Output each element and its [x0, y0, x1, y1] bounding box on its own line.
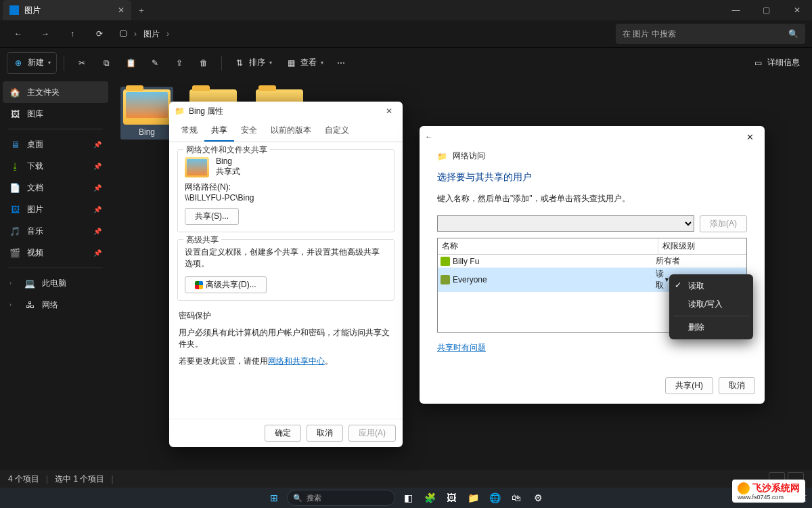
- menu-item-read[interactable]: 读取: [669, 277, 753, 295]
- network-icon: 🖧: [24, 299, 35, 310]
- breadcrumb-item[interactable]: 图片: [143, 28, 160, 40]
- folder-name: Bing: [216, 156, 240, 166]
- tab-close-icon[interactable]: ✕: [118, 5, 125, 15]
- back-button[interactable]: ←: [7, 24, 30, 44]
- new-tab-button[interactable]: ＋: [131, 5, 152, 16]
- rename-icon: ✎: [150, 58, 160, 68]
- close-icon[interactable]: ✕: [381, 106, 397, 116]
- sidebar-item-pictures[interactable]: 🖼图片📌: [3, 198, 108, 220]
- tab-general[interactable]: 常规: [175, 121, 204, 142]
- dialog-titlebar[interactable]: ← ✕: [420, 126, 765, 148]
- sidebar-item-videos[interactable]: 🎬视频📌: [3, 242, 108, 263]
- trouble-link[interactable]: 共享时有问题: [437, 343, 486, 352]
- dialog-titlebar[interactable]: 📁 Bing 属性 ✕: [169, 102, 403, 121]
- menu-item-readwrite[interactable]: 读取/写入: [669, 295, 753, 314]
- window-controls: — ▢ ✕: [721, 0, 812, 20]
- pin-icon: 📌: [93, 206, 102, 213]
- back-button[interactable]: ←: [425, 132, 433, 142]
- new-button[interactable]: ⊕ 新建 ▾: [7, 52, 57, 74]
- tab-security[interactable]: 安全: [234, 121, 264, 142]
- user-combobox[interactable]: [437, 215, 694, 232]
- tab-previous[interactable]: 以前的版本: [264, 121, 318, 142]
- toolbar: ⊕ 新建 ▾ ✂ ⧉ 📋 ✎ ⇪ 🗑 ⇅ 排序 ▾ ▦ 查看 ▾ ⋯ ▭ 详细信…: [0, 47, 812, 77]
- folder-item[interactable]: Bing: [120, 87, 173, 140]
- search-input[interactable]: 在 图片 中搜索 🔍: [616, 24, 805, 44]
- window-tab[interactable]: 图片 ✕: [3, 0, 131, 20]
- refresh-button[interactable]: ⟳: [88, 24, 111, 44]
- network-path-label: 网络路径(N):: [185, 182, 387, 193]
- breadcrumb[interactable]: 🖵 › 图片 ›: [119, 28, 169, 40]
- dialog-hint: 键入名称，然后单击"添加"，或者单击箭头查找用户。: [437, 193, 747, 205]
- maximize-button[interactable]: ▢: [751, 0, 782, 20]
- sidebar-item-downloads[interactable]: ⭳下载📌: [3, 155, 108, 177]
- group-advanced-sharing: 高级共享 设置自定义权限，创建多个共享，并设置其他高级共享选项。 高级共享(D)…: [177, 239, 394, 301]
- sidebar-item-gallery[interactable]: 🖼图库: [3, 103, 108, 125]
- tab-share[interactable]: 共享: [204, 121, 234, 142]
- sidebar-item-documents[interactable]: 📄文档📌: [3, 177, 108, 198]
- folder-icon: [123, 89, 171, 125]
- col-name[interactable]: 名称: [438, 238, 658, 254]
- minimize-button[interactable]: —: [721, 0, 751, 20]
- taskbar-store[interactable]: 🛍: [508, 489, 525, 507]
- taskbar-search[interactable]: 🔍搜索: [287, 490, 395, 506]
- trash-icon: 🗑: [198, 58, 209, 68]
- apply-button[interactable]: 应用(A): [348, 425, 396, 442]
- group-password: 密码保护 用户必须具有此计算机的用户帐户和密码，才能访问共享文件夹。 若要更改此…: [177, 308, 394, 370]
- col-permission[interactable]: 权限级别: [658, 238, 746, 254]
- tab-custom[interactable]: 自定义: [318, 121, 356, 142]
- advanced-share-button[interactable]: 高级共享(D)...: [185, 276, 267, 293]
- table-header: 名称 权限级别: [438, 238, 746, 255]
- sidebar-item-home[interactable]: 🏠主文件夹: [3, 81, 108, 103]
- table-row[interactable]: Billy Fu 所有者: [438, 255, 746, 268]
- taskbar-edge[interactable]: 🌐: [486, 489, 503, 507]
- taskbar-app[interactable]: 🧩: [421, 489, 438, 507]
- plus-circle-icon: ⊕: [13, 58, 24, 68]
- sort-button[interactable]: ⇅ 排序 ▾: [229, 52, 277, 74]
- share-button[interactable]: ⇪: [168, 52, 190, 74]
- details-icon: ▭: [752, 58, 763, 68]
- taskbar-explorer[interactable]: 📁: [464, 489, 482, 507]
- pin-icon: 📌: [93, 249, 102, 257]
- delete-button[interactable]: 🗑: [193, 52, 215, 74]
- network-access-dialog: ← ✕ 📁 网络访问 选择要与其共享的用户 键入名称，然后单击"添加"，或者单击…: [420, 126, 765, 404]
- taskbar-app[interactable]: 🖼: [443, 489, 460, 507]
- sidebar: 🏠主文件夹 🖼图库 🖥桌面📌 ⭳下载📌 📄文档📌 🖼图片📌 🎵音乐📌 🎬视频📌 …: [0, 77, 111, 470]
- ok-button[interactable]: 确定: [265, 425, 301, 442]
- pictures-icon: 🖼: [9, 204, 20, 215]
- cut-icon: ✂: [76, 58, 87, 68]
- close-icon[interactable]: ✕: [740, 132, 759, 142]
- add-button[interactable]: 添加(A): [700, 215, 747, 232]
- titlebar: 图片 ✕ ＋ — ▢ ✕: [0, 0, 812, 20]
- close-button[interactable]: ✕: [782, 0, 812, 20]
- menu-item-remove[interactable]: 删除: [669, 318, 753, 337]
- forward-button[interactable]: →: [34, 24, 57, 44]
- permission-context-menu: 读取 读取/写入 删除: [669, 274, 753, 339]
- sidebar-item-thispc[interactable]: ›💻此电脑: [3, 272, 108, 294]
- cancel-button[interactable]: 取消: [307, 425, 343, 442]
- rename-button[interactable]: ✎: [144, 52, 166, 74]
- paste-button[interactable]: 📋: [120, 52, 141, 74]
- sidebar-item-desktop[interactable]: 🖥桌面📌: [3, 133, 108, 155]
- share-button[interactable]: 共享(S)...: [185, 208, 239, 225]
- up-button[interactable]: ↑: [61, 24, 84, 44]
- task-view-button[interactable]: ◧: [399, 489, 417, 507]
- monitor-icon: 🖵: [119, 29, 127, 39]
- chevron-right-icon: ›: [134, 29, 137, 39]
- view-button[interactable]: ▦ 查看 ▾: [280, 52, 329, 74]
- watermark: 飞沙系统网 www.fs0745.com: [732, 480, 805, 503]
- network-center-link[interactable]: 网络和共享中心: [268, 356, 325, 366]
- cut-button[interactable]: ✂: [71, 52, 93, 74]
- cancel-button[interactable]: 取消: [719, 377, 755, 394]
- view-icon: ▦: [286, 58, 296, 68]
- search-icon[interactable]: 🔍: [788, 29, 798, 39]
- copy-button[interactable]: ⧉: [95, 52, 117, 74]
- share-button[interactable]: 共享(H): [665, 377, 713, 394]
- taskbar-settings[interactable]: ⚙: [529, 489, 547, 507]
- shield-icon: [195, 281, 203, 289]
- sidebar-item-network[interactable]: ›🖧网络: [3, 294, 108, 316]
- sidebar-item-music[interactable]: 🎵音乐📌: [3, 220, 108, 242]
- details-pane-button[interactable]: ▭ 详细信息: [747, 52, 805, 74]
- more-button[interactable]: ⋯: [332, 52, 351, 74]
- share-icon: 📁: [437, 152, 447, 161]
- start-button[interactable]: ⊞: [265, 489, 283, 507]
